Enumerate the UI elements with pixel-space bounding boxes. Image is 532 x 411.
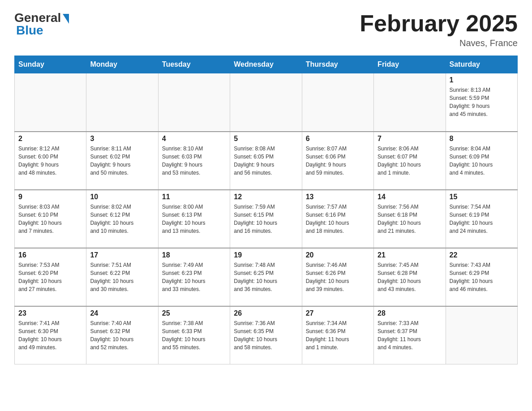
day-info: Sunrise: 8:13 AM Sunset: 5:59 PM Dayligh…	[450, 86, 514, 118]
day-number: 17	[90, 251, 154, 259]
title-area: February 2025 Naves, France	[360, 11, 518, 48]
day-info: Sunrise: 8:12 AM Sunset: 6:00 PM Dayligh…	[18, 145, 82, 177]
calendar-day-cell	[302, 73, 373, 132]
location-text: Naves, France	[360, 38, 518, 48]
day-info: Sunrise: 7:33 AM Sunset: 6:37 PM Dayligh…	[378, 319, 442, 351]
day-number: 24	[90, 309, 154, 317]
day-number: 7	[378, 135, 442, 143]
day-number: 26	[234, 309, 298, 317]
calendar-day-cell: 28Sunrise: 7:33 AM Sunset: 6:37 PM Dayli…	[374, 306, 446, 364]
logo-arrow-icon	[63, 14, 69, 24]
day-number: 25	[162, 309, 226, 317]
calendar-day-cell: 14Sunrise: 7:56 AM Sunset: 6:18 PM Dayli…	[374, 190, 446, 248]
calendar-day-cell: 2Sunrise: 8:12 AM Sunset: 6:00 PM Daylig…	[15, 132, 86, 190]
calendar-day-cell	[446, 306, 517, 364]
day-number: 13	[306, 193, 370, 201]
day-info: Sunrise: 7:46 AM Sunset: 6:26 PM Dayligh…	[306, 261, 370, 293]
calendar-day-cell: 22Sunrise: 7:43 AM Sunset: 6:29 PM Dayli…	[446, 248, 517, 306]
day-number: 15	[450, 193, 514, 201]
day-number: 10	[90, 193, 154, 201]
day-info: Sunrise: 7:57 AM Sunset: 6:16 PM Dayligh…	[306, 203, 370, 235]
day-info: Sunrise: 8:06 AM Sunset: 6:07 PM Dayligh…	[378, 145, 442, 177]
calendar-day-cell: 15Sunrise: 7:54 AM Sunset: 6:19 PM Dayli…	[446, 190, 517, 248]
calendar-day-cell: 17Sunrise: 7:51 AM Sunset: 6:22 PM Dayli…	[86, 248, 158, 306]
day-info: Sunrise: 7:40 AM Sunset: 6:32 PM Dayligh…	[90, 319, 154, 351]
calendar-day-cell: 6Sunrise: 8:07 AM Sunset: 6:06 PM Daylig…	[302, 132, 373, 190]
calendar-week-row: 16Sunrise: 7:53 AM Sunset: 6:20 PM Dayli…	[15, 248, 518, 306]
calendar-day-cell: 18Sunrise: 7:49 AM Sunset: 6:23 PM Dayli…	[158, 248, 230, 306]
day-number: 12	[234, 193, 298, 201]
day-info: Sunrise: 8:03 AM Sunset: 6:10 PM Dayligh…	[18, 203, 82, 235]
day-info: Sunrise: 8:11 AM Sunset: 6:02 PM Dayligh…	[90, 145, 154, 177]
day-info: Sunrise: 7:56 AM Sunset: 6:18 PM Dayligh…	[378, 203, 442, 235]
day-info: Sunrise: 7:36 AM Sunset: 6:35 PM Dayligh…	[234, 319, 298, 351]
day-number: 19	[234, 251, 298, 259]
day-number: 1	[450, 76, 514, 84]
calendar-table: SundayMondayTuesdayWednesdayThursdayFrid…	[14, 56, 518, 364]
day-number: 20	[306, 251, 370, 259]
day-info: Sunrise: 8:00 AM Sunset: 6:13 PM Dayligh…	[162, 203, 226, 235]
calendar-header-sunday: Sunday	[15, 56, 86, 73]
page-header: General Blue February 2025 Naves, France	[14, 11, 518, 48]
calendar-day-cell	[230, 73, 302, 132]
calendar-day-cell: 21Sunrise: 7:45 AM Sunset: 6:28 PM Dayli…	[374, 248, 446, 306]
day-info: Sunrise: 7:53 AM Sunset: 6:20 PM Dayligh…	[18, 261, 82, 293]
day-number: 3	[90, 135, 154, 143]
day-number: 14	[378, 193, 442, 201]
calendar-week-row: 1Sunrise: 8:13 AM Sunset: 5:59 PM Daylig…	[15, 73, 518, 132]
calendar-day-cell	[158, 73, 230, 132]
calendar-header-wednesday: Wednesday	[230, 56, 302, 73]
calendar-day-cell: 3Sunrise: 8:11 AM Sunset: 6:02 PM Daylig…	[86, 132, 158, 190]
calendar-day-cell	[86, 73, 158, 132]
day-info: Sunrise: 8:10 AM Sunset: 6:03 PM Dayligh…	[162, 145, 226, 177]
day-info: Sunrise: 7:45 AM Sunset: 6:28 PM Dayligh…	[378, 261, 442, 293]
calendar-day-cell: 12Sunrise: 7:59 AM Sunset: 6:15 PM Dayli…	[230, 190, 302, 248]
day-number: 2	[18, 135, 82, 143]
calendar-header-saturday: Saturday	[446, 56, 517, 73]
day-number: 6	[306, 135, 370, 143]
calendar-header-friday: Friday	[374, 56, 446, 73]
day-info: Sunrise: 7:54 AM Sunset: 6:19 PM Dayligh…	[450, 203, 514, 235]
day-number: 16	[18, 251, 82, 259]
day-number: 8	[450, 135, 514, 143]
calendar-day-cell: 13Sunrise: 7:57 AM Sunset: 6:16 PM Dayli…	[302, 190, 373, 248]
calendar-day-cell: 7Sunrise: 8:06 AM Sunset: 6:07 PM Daylig…	[374, 132, 446, 190]
day-info: Sunrise: 7:34 AM Sunset: 6:36 PM Dayligh…	[306, 319, 370, 351]
day-number: 23	[18, 309, 82, 317]
day-info: Sunrise: 7:49 AM Sunset: 6:23 PM Dayligh…	[162, 261, 226, 293]
calendar-day-cell: 27Sunrise: 7:34 AM Sunset: 6:36 PM Dayli…	[302, 306, 373, 364]
calendar-day-cell: 9Sunrise: 8:03 AM Sunset: 6:10 PM Daylig…	[15, 190, 86, 248]
calendar-day-cell: 10Sunrise: 8:02 AM Sunset: 6:12 PM Dayli…	[86, 190, 158, 248]
day-number: 28	[378, 309, 442, 317]
calendar-week-row: 2Sunrise: 8:12 AM Sunset: 6:00 PM Daylig…	[15, 132, 518, 190]
day-number: 27	[306, 309, 370, 317]
calendar-day-cell: 26Sunrise: 7:36 AM Sunset: 6:35 PM Dayli…	[230, 306, 302, 364]
calendar-day-cell: 8Sunrise: 8:04 AM Sunset: 6:09 PM Daylig…	[446, 132, 517, 190]
day-number: 21	[378, 251, 442, 259]
day-info: Sunrise: 8:07 AM Sunset: 6:06 PM Dayligh…	[306, 145, 370, 177]
calendar-week-row: 23Sunrise: 7:41 AM Sunset: 6:30 PM Dayli…	[15, 306, 518, 364]
logo: General Blue	[14, 11, 69, 38]
day-info: Sunrise: 7:38 AM Sunset: 6:33 PM Dayligh…	[162, 319, 226, 351]
day-number: 18	[162, 251, 226, 259]
calendar-day-cell: 23Sunrise: 7:41 AM Sunset: 6:30 PM Dayli…	[15, 306, 86, 364]
calendar-day-cell: 19Sunrise: 7:48 AM Sunset: 6:25 PM Dayli…	[230, 248, 302, 306]
calendar-day-cell: 20Sunrise: 7:46 AM Sunset: 6:26 PM Dayli…	[302, 248, 373, 306]
calendar-day-cell	[374, 73, 446, 132]
calendar-day-cell: 16Sunrise: 7:53 AM Sunset: 6:20 PM Dayli…	[15, 248, 86, 306]
calendar-day-cell: 4Sunrise: 8:10 AM Sunset: 6:03 PM Daylig…	[158, 132, 230, 190]
day-info: Sunrise: 8:08 AM Sunset: 6:05 PM Dayligh…	[234, 145, 298, 177]
day-info: Sunrise: 7:41 AM Sunset: 6:30 PM Dayligh…	[18, 319, 82, 351]
calendar-day-cell: 1Sunrise: 8:13 AM Sunset: 5:59 PM Daylig…	[446, 73, 517, 132]
day-info: Sunrise: 7:59 AM Sunset: 6:15 PM Dayligh…	[234, 203, 298, 235]
calendar-day-cell: 5Sunrise: 8:08 AM Sunset: 6:05 PM Daylig…	[230, 132, 302, 190]
day-number: 4	[162, 135, 226, 143]
calendar-day-cell: 11Sunrise: 8:00 AM Sunset: 6:13 PM Dayli…	[158, 190, 230, 248]
month-title: February 2025	[360, 11, 518, 36]
day-number: 22	[450, 251, 514, 259]
calendar-day-cell	[15, 73, 86, 132]
day-number: 5	[234, 135, 298, 143]
day-info: Sunrise: 8:04 AM Sunset: 6:09 PM Dayligh…	[450, 145, 514, 177]
day-number: 11	[162, 193, 226, 201]
logo-blue-text: Blue	[16, 23, 43, 38]
